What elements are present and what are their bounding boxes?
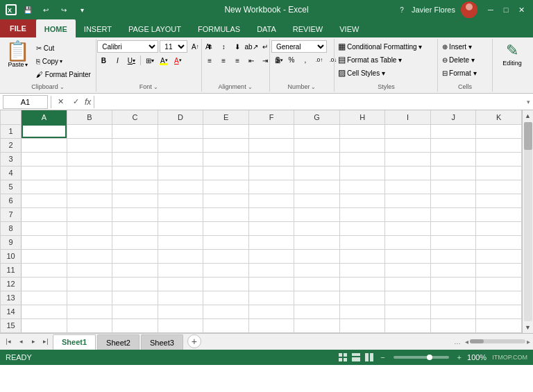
col-header-A[interactable]: A — [22, 110, 67, 124]
cell-A11[interactable] — [22, 263, 67, 277]
cell-K6[interactable] — [476, 194, 522, 207]
cell-G14[interactable] — [294, 305, 340, 318]
cell-A10[interactable] — [22, 249, 67, 263]
cell-H7[interactable] — [339, 207, 385, 221]
cell-C8[interactable] — [112, 221, 158, 235]
cell-G10[interactable] — [294, 249, 340, 263]
cell-D5[interactable] — [158, 180, 203, 194]
close-button[interactable]: ✕ — [515, 3, 527, 16]
cell-K13[interactable] — [476, 291, 522, 305]
cell-F4[interactable] — [248, 166, 294, 180]
cell-I6[interactable] — [385, 194, 431, 207]
col-header-G[interactable]: G — [294, 110, 340, 124]
cell-I12[interactable] — [385, 277, 431, 291]
align-right-button[interactable]: ≡ — [231, 54, 244, 67]
formula-input[interactable] — [97, 95, 524, 109]
cell-H5[interactable] — [339, 180, 385, 194]
cell-H14[interactable] — [339, 305, 385, 318]
sheet-nav-last[interactable]: ▸| — [40, 336, 51, 347]
cell-E3[interactable] — [203, 152, 249, 166]
cell-B9[interactable] — [67, 235, 112, 249]
scroll-thumb[interactable] — [524, 122, 532, 150]
h-scroll-thumb[interactable] — [470, 339, 484, 343]
cell-H2[interactable] — [339, 138, 385, 152]
cell-D15[interactable] — [158, 318, 203, 332]
row-number-13[interactable]: 13 — [1, 291, 22, 305]
help-button[interactable]: ? — [395, 3, 409, 16]
cell-K10[interactable] — [476, 249, 522, 263]
cell-H8[interactable] — [339, 221, 385, 235]
cell-J14[interactable] — [430, 305, 476, 318]
col-header-D[interactable]: D — [158, 110, 203, 124]
tab-data[interactable]: DATA — [248, 19, 285, 37]
zoom-slider[interactable] — [394, 356, 449, 359]
tab-review[interactable]: REVIEW — [285, 19, 331, 37]
cell-C10[interactable] — [112, 249, 158, 263]
cell-H4[interactable] — [339, 166, 385, 180]
cell-K12[interactable] — [476, 277, 522, 291]
cell-E5[interactable] — [203, 180, 249, 194]
font-color-button[interactable]: A ▾ — [171, 54, 184, 67]
cell-D8[interactable] — [158, 221, 203, 235]
cell-G6[interactable] — [294, 194, 340, 207]
cell-A9[interactable] — [22, 235, 67, 249]
cell-J13[interactable] — [430, 291, 476, 305]
cell-I5[interactable] — [385, 180, 431, 194]
tab-view[interactable]: VIEW — [331, 19, 367, 37]
cell-I14[interactable] — [385, 305, 431, 318]
cell-J9[interactable] — [430, 235, 476, 249]
cell-F8[interactable] — [248, 221, 294, 235]
zoom-increase[interactable]: + — [457, 353, 462, 361]
cell-J12[interactable] — [430, 277, 476, 291]
cell-B15[interactable] — [67, 318, 112, 332]
cell-J5[interactable] — [430, 180, 476, 194]
cell-K9[interactable] — [476, 235, 522, 249]
cell-D10[interactable] — [158, 249, 203, 263]
cell-J6[interactable] — [430, 194, 476, 207]
page-layout-view-button[interactable] — [350, 352, 362, 363]
cell-I15[interactable] — [385, 318, 431, 332]
sheet-nav-first[interactable]: |◂ — [3, 336, 14, 347]
cell-D3[interactable] — [158, 152, 203, 166]
cell-J1[interactable] — [430, 124, 476, 138]
cell-I10[interactable] — [385, 249, 431, 263]
clipboard-expand[interactable]: ⌄ — [60, 84, 65, 90]
cell-E4[interactable] — [203, 166, 249, 180]
row-number-2[interactable]: 2 — [1, 138, 22, 152]
cell-B8[interactable] — [67, 221, 112, 235]
cell-I9[interactable] — [385, 235, 431, 249]
cell-G3[interactable] — [294, 152, 340, 166]
number-expand[interactable]: ⌄ — [311, 84, 316, 90]
cell-G13[interactable] — [294, 291, 340, 305]
maximize-button[interactable]: □ — [500, 3, 512, 16]
zoom-level[interactable]: 100% — [467, 353, 487, 361]
zoom-decrease[interactable]: − — [380, 353, 384, 361]
cell-K5[interactable] — [476, 180, 522, 194]
copy-button[interactable]: ⎘ Copy ▾ — [34, 55, 93, 67]
cell-E13[interactable] — [203, 291, 249, 305]
cell-A1[interactable] — [22, 124, 67, 138]
cell-D9[interactable] — [158, 235, 203, 249]
qat-redo[interactable]: ↪ — [57, 3, 71, 16]
cell-J15[interactable] — [430, 318, 476, 332]
cell-I8[interactable] — [385, 221, 431, 235]
cell-A7[interactable] — [22, 207, 67, 221]
bold-button[interactable]: B — [97, 54, 110, 67]
cell-E10[interactable] — [203, 249, 249, 263]
percent-button[interactable]: % — [285, 53, 298, 66]
cell-B1[interactable] — [67, 124, 112, 138]
add-sheet-button[interactable]: + — [187, 334, 201, 348]
col-header-C[interactable]: C — [112, 110, 158, 124]
zoom-thumb[interactable] — [427, 355, 432, 360]
increase-font-button[interactable]: A↑ — [189, 40, 201, 53]
fill-color-arrow[interactable]: ▾ — [165, 58, 168, 63]
cell-K3[interactable] — [476, 152, 522, 166]
italic-button[interactable]: I — [111, 54, 124, 67]
row-number-9[interactable]: 9 — [1, 235, 22, 249]
normal-view-button[interactable] — [337, 352, 348, 363]
cell-F9[interactable] — [248, 235, 294, 249]
sheet-nav-next[interactable]: ▸ — [28, 336, 39, 347]
cell-styles-button[interactable]: ▨ Cell Styles ▾ — [336, 67, 387, 79]
align-middle-button[interactable]: ↕ — [217, 40, 230, 53]
decrease-indent-button[interactable]: ⇤ — [245, 54, 257, 67]
